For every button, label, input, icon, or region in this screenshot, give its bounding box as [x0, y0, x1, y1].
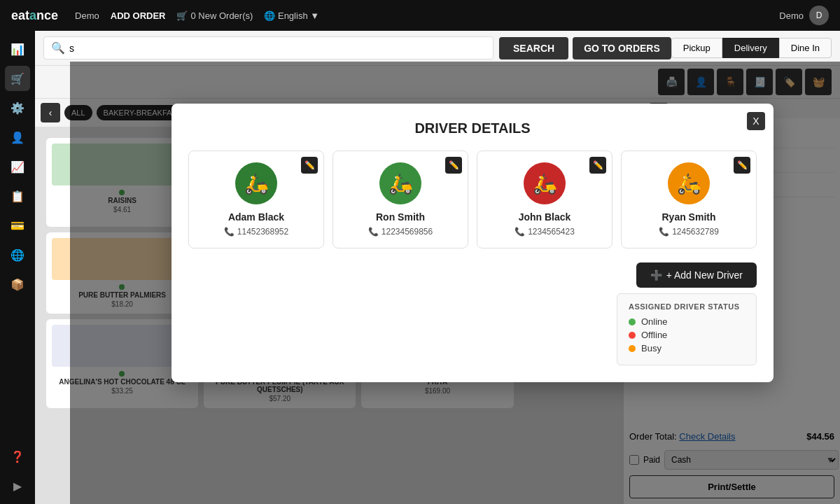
category-prev-button[interactable]: ‹	[41, 103, 60, 122]
main-area: 🔍 SEARCH GO TO ORDERS Pickup Delivery Di…	[35, 31, 840, 504]
nav-demo[interactable]: Demo	[75, 10, 99, 21]
sidebar-icon-dashboard[interactable]: 📊	[5, 36, 30, 62]
driver-card-john: ✏️ 🛵 John Black 📞 1234565423	[477, 150, 612, 248]
status-online: Online	[629, 316, 745, 327]
logo: eatance	[11, 8, 58, 23]
nav-add-order[interactable]: ADD ORDER	[111, 10, 166, 21]
driver-details-modal: DRIVER DETAILS X ✏️ 🛵 Adam Black 📞 11452…	[172, 104, 774, 382]
sidebar-icon-analytics[interactable]: 📈	[5, 154, 30, 179]
driver-phone-ryan: 📞 1245632789	[633, 227, 745, 237]
sidebar-icon-collapse[interactable]: ▶	[5, 473, 30, 498]
nav-right: Demo D	[779, 6, 829, 25]
sidebar-icon-users[interactable]: 👤	[5, 125, 30, 150]
delivery-button[interactable]: Delivery	[722, 38, 779, 58]
sidebar-icon-reports[interactable]: 📋	[5, 183, 30, 209]
online-dot	[629, 318, 636, 326]
sidebar: 📊 🛒 ⚙️ 👤 📈 📋 💳 🌐 📦 ❓ ▶	[0, 31, 35, 504]
driver-avatar-ryan: 🛵	[668, 162, 710, 204]
plus-icon: ➕	[650, 270, 662, 281]
driver-edit-adam-button[interactable]: ✏️	[301, 157, 318, 174]
sidebar-icon-inventory[interactable]: 📦	[5, 272, 30, 297]
driver-edit-ryan-button[interactable]: ✏️	[734, 157, 750, 174]
search-input-wrap: 🔍	[43, 36, 493, 59]
pickup-button[interactable]: Pickup	[671, 38, 722, 58]
sidebar-icon-payments[interactable]: 💳	[5, 213, 30, 238]
driver-grid: ✏️ 🛵 Adam Black 📞 11452368952 ✏️ 🛵 Ron S…	[188, 150, 757, 248]
phone-icon: 📞	[659, 227, 669, 237]
add-driver-button[interactable]: ➕ + Add New Driver	[636, 262, 757, 288]
search-icon: 🔍	[51, 41, 65, 55]
offline-dot	[629, 332, 636, 339]
dine-in-button[interactable]: Dine In	[779, 38, 832, 58]
driver-status-legend: ASSIGNED DRIVER STATUS Online Offline Bu…	[617, 293, 757, 365]
modal-bottom: ➕ + Add New Driver ASSIGNED DRIVER STATU…	[188, 262, 757, 365]
driver-edit-ron-button[interactable]: ✏️	[445, 157, 462, 174]
avatar: D	[809, 6, 829, 25]
go-to-orders-button[interactable]: GO TO ORDERS	[573, 37, 671, 59]
status-offline: Offline	[629, 330, 745, 340]
search-input[interactable]	[69, 43, 486, 54]
sidebar-icon-settings[interactable]: ⚙️	[5, 95, 30, 120]
driver-avatar-john: 🛵	[524, 162, 566, 204]
phone-icon: 📞	[224, 227, 234, 237]
driver-name-adam: Adam Black	[200, 211, 312, 223]
phone-icon: 📞	[368, 227, 379, 237]
nav-language[interactable]: 🌐 English ▼	[264, 10, 319, 21]
driver-phone-adam: 📞 11452368952	[200, 227, 312, 237]
driver-phone-ron: 📞 12234569856	[344, 227, 456, 237]
busy-dot	[629, 345, 636, 352]
sidebar-icon-network[interactable]: 🌐	[5, 242, 30, 267]
modal-title: DRIVER DETAILS	[188, 120, 757, 136]
status-busy: Busy	[629, 343, 745, 354]
driver-card-ron: ✏️ 🛵 Ron Smith 📞 12234569856	[332, 150, 468, 248]
driver-name-ron: Ron Smith	[344, 211, 456, 223]
driver-card-adam: ✏️ 🛵 Adam Black 📞 11452368952	[188, 150, 324, 248]
driver-avatar-adam: 🛵	[235, 162, 277, 204]
sidebar-icon-help[interactable]: ❓	[5, 444, 30, 469]
driver-phone-john: 📞 1234565423	[489, 227, 601, 237]
nav-orders[interactable]: 🛒 0 New Order(s)	[176, 10, 253, 21]
driver-card-ryan: ✏️ 🛵 Ryan Smith 📞 1245632789	[621, 150, 757, 248]
modal-overlay: DRIVER DETAILS X ✏️ 🛵 Adam Black 📞 11452…	[70, 62, 840, 504]
driver-avatar-ron: 🛵	[379, 162, 421, 204]
search-button[interactable]: SEARCH	[499, 37, 568, 59]
modal-close-button[interactable]: X	[747, 112, 765, 130]
phone-icon: 📞	[514, 227, 525, 237]
cart-icon: 🛒	[176, 10, 188, 21]
topnav: eatance Demo ADD ORDER 🛒 0 New Order(s) …	[0, 0, 840, 31]
driver-name-ryan: Ryan Smith	[633, 211, 745, 223]
driver-name-john: John Black	[489, 211, 601, 223]
status-legend-title: ASSIGNED DRIVER STATUS	[629, 302, 745, 311]
driver-edit-john-button[interactable]: ✏️	[589, 157, 606, 174]
sidebar-icon-orders[interactable]: 🛒	[5, 66, 30, 91]
